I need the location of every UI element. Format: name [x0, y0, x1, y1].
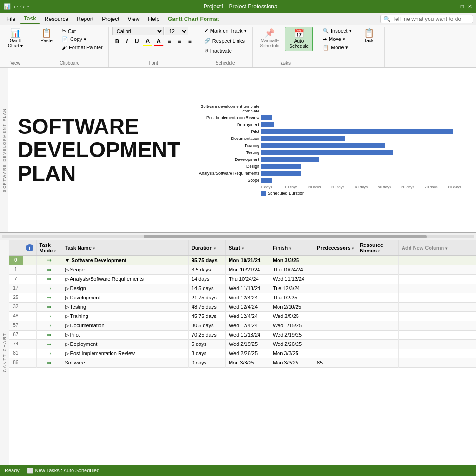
align-left-btn[interactable]: ≡ — [165, 37, 174, 46]
manually-schedule-label: ManuallySchedule — [260, 38, 280, 48]
cell-add-col — [399, 340, 476, 349]
font-size-select[interactable]: 12 — [165, 27, 188, 35]
auto-schedule-btn[interactable]: 📅 AutoSchedule — [285, 27, 313, 51]
bar-row: Testing — [185, 150, 471, 155]
cell-finish: Thu 1/2/25 — [270, 293, 314, 303]
ribbon-group-schedule: ✔ Mark on Track ▾ 🔗 Respect Links ⊘ Inac… — [198, 27, 253, 67]
minimize-btn[interactable]: ─ — [453, 3, 457, 10]
cell-duration: 14 days — [188, 275, 225, 284]
close-btn[interactable]: ✕ — [468, 3, 472, 10]
menu-view[interactable]: View — [124, 15, 144, 23]
underline-btn[interactable]: U — [132, 37, 142, 46]
align-center-btn[interactable]: ≡ — [175, 37, 184, 46]
table-row[interactable]: 57⇒▷ Documentation30.5 daysWed 12/4/24We… — [9, 321, 476, 331]
cell-row-id: 48 — [9, 312, 23, 321]
legend-color-box — [261, 191, 266, 196]
table-row[interactable]: 74⇒▷ Deployment5 daysWed 2/19/25Wed 2/26… — [9, 340, 476, 349]
table-row[interactable]: 67⇒▷ Pilot70.25 daysWed 11/13/24Wed 2/19… — [9, 331, 476, 340]
search-bar[interactable]: 🔍 Tell me what you want to do — [380, 15, 473, 23]
menu-gantt-format[interactable]: Gantt Chart Format — [164, 15, 223, 23]
cut-btn[interactable]: ✂ Cut — [60, 27, 105, 35]
chart-legend: Scheduled Duration — [261, 191, 471, 196]
col-duration: Duration ▾ — [188, 240, 225, 256]
col-info: i — [23, 240, 36, 256]
task-mode-icon: ⇒ — [47, 304, 51, 310]
table-row[interactable]: 0⇒▼ Software Development95.75 daysMon 10… — [9, 256, 476, 265]
col-taskmode: TaskMode ▾ — [36, 240, 62, 256]
menu-resource[interactable]: Resource — [41, 15, 72, 23]
cell-add-col — [399, 358, 476, 368]
table-header: i TaskMode ▾ Task Name ▾ Duration ▾ Star… — [9, 240, 476, 256]
bar-container — [261, 150, 471, 155]
cell-row-id: 0 — [9, 256, 23, 265]
task-large-btn[interactable]: 📋 Task — [357, 27, 381, 45]
menu-task[interactable]: Task — [20, 14, 40, 24]
undo-btn[interactable]: ↩ — [13, 4, 18, 10]
bar-fill — [261, 178, 272, 183]
title-line3: PLAN — [18, 162, 180, 185]
paste-btn[interactable]: 📋 Paste — [35, 27, 58, 45]
cell-start: Wed 2/19/25 — [225, 340, 270, 349]
menu-file[interactable]: File — [3, 15, 19, 23]
highlight-btn[interactable]: A — [143, 36, 152, 46]
font-name-select[interactable]: Calibri — [112, 27, 164, 35]
mark-on-track-btn[interactable]: ✔ Mark on Track ▾ — [202, 27, 249, 35]
cell-task-mode: ⇒ — [36, 331, 62, 340]
table-row[interactable]: 81⇒▷ Post Implementation Review3 daysWed… — [9, 349, 476, 358]
cell-duration: 21.75 days — [188, 293, 225, 303]
cell-duration: 5 days — [188, 340, 225, 349]
menu-project[interactable]: Project — [98, 15, 123, 23]
respect-links-icon: 🔗 — [204, 38, 211, 44]
bar-label: Design — [185, 164, 259, 169]
respect-links-btn[interactable]: 🔗 Respect Links — [202, 37, 246, 45]
table-row[interactable]: 1⇒▷ Scope3.5 daysMon 10/21/24Thu 10/24/2… — [9, 265, 476, 275]
table-row[interactable]: 86⇒Software...0 daysMon 3/3/25Mon 3/3/25… — [9, 358, 476, 368]
cell-info — [23, 321, 36, 331]
cell-row-id: 7 — [9, 275, 23, 284]
bar-fill — [261, 115, 272, 120]
cell-add-col — [399, 303, 476, 312]
col-resources: ResourceNames ▾ — [357, 240, 399, 256]
align-right-btn[interactable]: ≡ — [185, 37, 194, 46]
cell-task-mode: ⇒ — [36, 265, 62, 275]
redo-btn[interactable]: ↪ — [20, 4, 25, 10]
inactivate-btn[interactable]: ⊘ Inactivate — [202, 46, 234, 54]
scroll-thumb[interactable] — [144, 235, 427, 238]
cell-add-col — [399, 284, 476, 293]
menu-report[interactable]: Report — [73, 15, 97, 23]
bar-container — [261, 129, 471, 134]
cell-task-name: ▷ Documentation — [62, 321, 188, 331]
move-btn[interactable]: ➡ Move ▾ — [321, 35, 354, 43]
bar-row: Documentation — [185, 136, 471, 141]
cell-info — [23, 293, 36, 303]
table-row[interactable]: 25⇒▷ Development21.75 daysWed 12/4/24Thu… — [9, 293, 476, 303]
font-color-btn[interactable]: A — [154, 36, 164, 46]
info-icon: i — [26, 244, 33, 251]
format-painter-btn[interactable]: 🖌 Format Painter — [60, 44, 105, 51]
table-row[interactable]: 7⇒▷ Analysis/Software Requirements14 day… — [9, 275, 476, 284]
title-line2: DEVELOPMENT — [18, 138, 180, 162]
menu-help[interactable]: Help — [144, 15, 163, 23]
col-rownum — [9, 240, 23, 256]
bold-btn[interactable]: B — [112, 37, 122, 46]
cell-info — [23, 256, 36, 265]
table-row[interactable]: 17⇒▷ Design14.5 daysWed 11/13/24Tue 12/3… — [9, 284, 476, 293]
horizontal-scrollbar[interactable] — [0, 233, 476, 240]
table-row[interactable]: 32⇒▷ Testing48.75 daysWed 12/4/24Mon 2/1… — [9, 303, 476, 312]
maximize-btn[interactable]: □ — [461, 3, 464, 10]
scroll-track[interactable] — [2, 235, 474, 238]
cell-task-name: ▷ Pilot — [62, 331, 188, 340]
header-row: i TaskMode ▾ Task Name ▾ Duration ▾ Star… — [9, 240, 476, 256]
inspect-btn[interactable]: 🔍 Inspect ▾ — [321, 27, 354, 35]
cell-info — [23, 303, 36, 312]
table-row[interactable]: 48⇒▷ Training45.75 daysWed 12/4/24Wed 2/… — [9, 312, 476, 321]
italic-btn[interactable]: I — [123, 37, 130, 46]
task-mode-icon: ⇒ — [47, 276, 51, 282]
cell-finish: Wed 2/5/25 — [270, 312, 314, 321]
gantt-chart-btn[interactable]: 📊 GanttChart ▾ — [4, 27, 27, 50]
manually-schedule-btn[interactable]: 📌 ManuallySchedule — [257, 27, 284, 50]
copy-btn[interactable]: 📄 Copy ▾ — [60, 35, 105, 43]
expand-icon[interactable]: ▼ — [65, 258, 70, 263]
cell-task-mode: ⇒ — [36, 358, 62, 368]
mode-btn[interactable]: 📋 Mode ▾ — [321, 44, 354, 52]
